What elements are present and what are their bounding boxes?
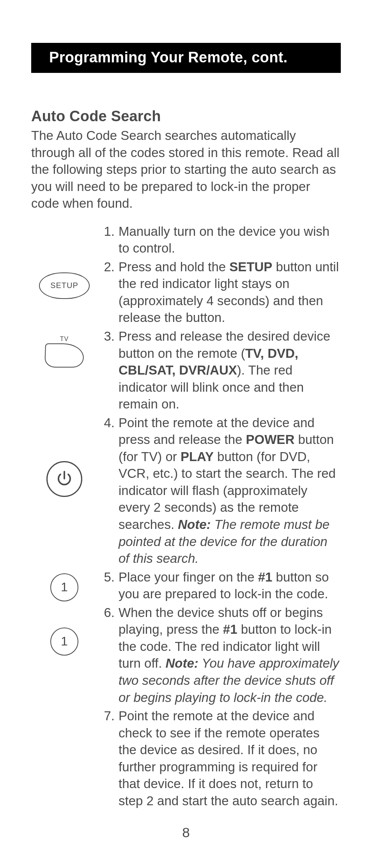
step-6-number: 6.: [97, 604, 119, 621]
page-header-bar: Programming Your Remote, cont.: [31, 43, 341, 73]
step-7: 7. Point the remote at the device and ch…: [31, 707, 341, 809]
step-6-text: When the device shuts off or begins play…: [119, 604, 341, 706]
step-2-icon-col: SETUP: [31, 258, 97, 299]
number-1-button-icon: 1: [50, 573, 78, 601]
step-1-number: 1.: [97, 223, 119, 240]
tv-button-icon: TV: [45, 336, 84, 368]
step-5-icon-col: 1: [31, 569, 97, 601]
step-6: 1 6. When the device shuts off or begins…: [31, 604, 341, 706]
step-5-b1: #1: [258, 570, 273, 584]
step-2-text: Press and hold the SETUP button until th…: [119, 258, 341, 326]
tv-button-shape: [44, 343, 84, 368]
number-1-button-icon: 1: [50, 628, 78, 656]
step-4-b1: POWER: [246, 432, 295, 447]
step-2-number: 2.: [97, 258, 119, 276]
step-7-number: 7.: [97, 707, 119, 725]
step-3-number: 3.: [97, 328, 119, 345]
section-intro: The Auto Code Search searches automatica…: [31, 127, 341, 212]
step-3-text: Press and release the desired device but…: [119, 328, 341, 413]
step-7-text: Point the remote at the device and check…: [119, 707, 341, 809]
power-button-icon: [46, 461, 82, 497]
step-5-number: 5.: [97, 569, 119, 586]
section-title: Auto Code Search: [31, 108, 341, 125]
step-4-icon-col: [31, 414, 97, 497]
tv-button-label: TV: [60, 336, 69, 343]
step-4-text: Point the remote at the device and press…: [119, 414, 341, 567]
step-4-note-label: Note:: [178, 517, 211, 532]
step-4-b2: PLAY: [181, 449, 214, 464]
step-1-text: Manually turn on the device you wish to …: [119, 223, 341, 257]
step-3: TV 3. Press and release the desired devi…: [31, 328, 341, 413]
step-6-b1: #1: [223, 622, 237, 636]
step-4-number: 4.: [97, 414, 119, 431]
step-2-t1: Press and hold the: [119, 260, 229, 274]
setup-button-icon: SETUP: [39, 272, 90, 299]
step-5: 1 5. Place your finger on the #1 button …: [31, 569, 341, 603]
step-2: SETUP 2. Press and hold the SETUP button…: [31, 258, 341, 326]
step-6-note-label: Note:: [165, 656, 198, 670]
steps-list: 1. Manually turn on the device you wish …: [31, 223, 341, 810]
power-icon: [55, 469, 74, 489]
step-5-text: Place your finger on the #1 button so yo…: [119, 569, 341, 603]
page-number: 8: [31, 825, 341, 840]
step-1: 1. Manually turn on the device you wish …: [31, 223, 341, 257]
step-6-icon-col: 1: [31, 604, 97, 656]
step-3-t1: Press and release the desired device but…: [119, 329, 330, 361]
step-3-icon-col: TV: [31, 328, 97, 368]
step-2-b1: SETUP: [229, 260, 272, 274]
step-4: 4. Point the remote at the device and pr…: [31, 414, 341, 567]
step-5-t1: Place your finger on the: [119, 570, 258, 584]
